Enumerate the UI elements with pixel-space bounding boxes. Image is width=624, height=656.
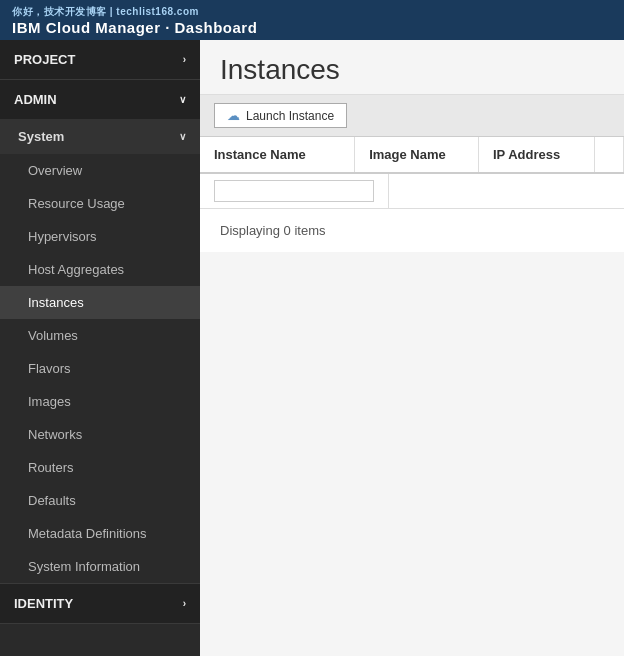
sidebar-arrow-identity: › [183, 598, 186, 609]
sidebar-item-flavors[interactable]: Flavors [0, 352, 200, 385]
sidebar-section-project: PROJECT › [0, 40, 200, 80]
sidebar-item-overview[interactable]: Overview [0, 154, 200, 187]
filter-input-instance[interactable] [214, 180, 374, 202]
sidebar-subsection-arrow-system: ∨ [179, 131, 186, 142]
sidebar-item-instances[interactable]: Instances [0, 286, 200, 319]
sidebar-section-identity: IDENTITY › [0, 584, 200, 624]
sidebar-section-admin: ADMIN ∨ System ∨ Overview Resource Usage… [0, 80, 200, 584]
toolbar: ☁ Launch Instance [200, 95, 624, 137]
sidebar-item-images[interactable]: Images [0, 385, 200, 418]
sidebar-item-host-aggregates[interactable]: Host Aggregates [0, 253, 200, 286]
main-content: Instances ☁ Launch Instance Instance Nam… [200, 40, 624, 656]
brand-subtitle: 你好，技术开发博客 | techlist168.com [12, 5, 257, 19]
filter-cell-instance [200, 174, 389, 208]
sidebar-section-label-admin: ADMIN [14, 92, 57, 107]
table-header: Instance Name Image Name IP Address [200, 137, 624, 174]
sidebar-section-header-project[interactable]: PROJECT › [0, 40, 200, 79]
sidebar-section-label-project: PROJECT [14, 52, 75, 67]
col-header-instance-name: Instance Name [200, 137, 355, 172]
sidebar-item-volumes[interactable]: Volumes [0, 319, 200, 352]
page-title-bar: Instances [200, 40, 624, 95]
sidebar-item-networks[interactable]: Networks [0, 418, 200, 451]
sidebar-item-metadata-definitions[interactable]: Metadata Definitions [0, 517, 200, 550]
col-header-extra [595, 137, 624, 172]
sidebar: PROJECT › ADMIN ∨ System ∨ Overview Reso… [0, 40, 200, 656]
sidebar-item-resource-usage[interactable]: Resource Usage [0, 187, 200, 220]
sidebar-section-header-admin[interactable]: ADMIN ∨ [0, 80, 200, 119]
launch-cloud-icon: ☁ [227, 108, 240, 123]
sidebar-subsection-header-system[interactable]: System ∨ [0, 119, 200, 154]
sidebar-item-defaults[interactable]: Defaults [0, 484, 200, 517]
sidebar-subsection-label-system: System [18, 129, 64, 144]
empty-message: Displaying 0 items [200, 209, 624, 252]
sidebar-arrow-admin: ∨ [179, 94, 186, 105]
sidebar-item-hypervisors[interactable]: Hypervisors [0, 220, 200, 253]
page-title: Instances [220, 54, 604, 86]
col-header-ip-address: IP Address [479, 137, 595, 172]
table-filter-row [200, 174, 624, 209]
sidebar-arrow-project: › [183, 54, 186, 65]
brand-title: 你好，技术开发博客 | techlist168.com IBM Cloud Ma… [12, 5, 257, 36]
top-header: 你好，技术开发博客 | techlist168.com IBM Cloud Ma… [0, 0, 624, 40]
sidebar-section-header-identity[interactable]: IDENTITY › [0, 584, 200, 623]
sidebar-item-routers[interactable]: Routers [0, 451, 200, 484]
content-area: ☁ Launch Instance Instance Name Image Na… [200, 95, 624, 252]
col-header-image-name: Image Name [355, 137, 479, 172]
launch-btn-label: Launch Instance [246, 109, 334, 123]
launch-instance-button[interactable]: ☁ Launch Instance [214, 103, 347, 128]
sidebar-section-label-identity: IDENTITY [14, 596, 73, 611]
sidebar-item-system-information[interactable]: System Information [0, 550, 200, 583]
